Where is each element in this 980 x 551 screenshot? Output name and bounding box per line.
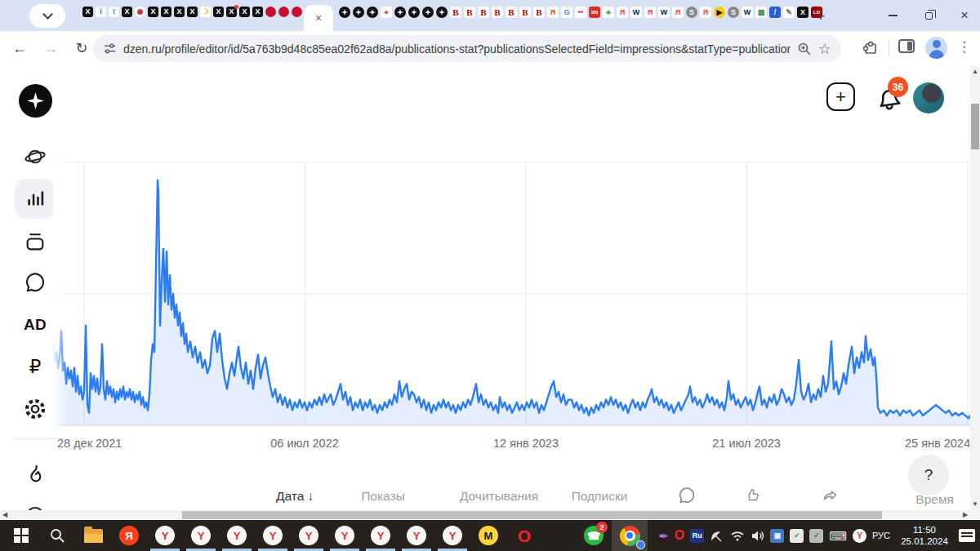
chrome-icon[interactable] <box>612 520 648 551</box>
b-red-tab[interactable]: В <box>478 7 489 18</box>
sidebar-item-trends[interactable] <box>21 460 49 488</box>
dzen-tab[interactable] <box>367 7 378 18</box>
dzen-tab[interactable] <box>408 7 420 18</box>
b-red-tab[interactable]: В <box>533 7 545 18</box>
metrica-icon[interactable]: M <box>470 520 506 551</box>
x-tab[interactable]: X <box>797 7 808 18</box>
site-settings-icon[interactable] <box>103 42 117 56</box>
column-header-likes[interactable] <box>744 487 762 504</box>
x-tab[interactable]: X <box>174 7 185 17</box>
quill-icon[interactable]: ✒ <box>658 530 669 542</box>
s-gray-tab[interactable]: S <box>728 7 739 18</box>
language-indicator[interactable]: РУС <box>872 531 890 540</box>
opera-icon[interactable]: O <box>506 520 542 551</box>
tab-search-button[interactable] <box>29 4 65 28</box>
column-header-impressions[interactable]: Показы <box>361 489 405 504</box>
b-red-tab[interactable]: В <box>450 7 461 18</box>
yandex-browser-icon[interactable]: Y <box>327 520 363 551</box>
punto-switcher-icon[interactable]: Ru <box>690 529 704 543</box>
yandex-browser-icon[interactable]: Y <box>255 520 291 551</box>
wiki-tab[interactable]: W <box>742 7 753 18</box>
book-tab[interactable]: ▤ <box>755 7 767 18</box>
column-header-comments[interactable] <box>678 487 696 504</box>
red-club-tab[interactable] <box>278 7 289 17</box>
yandex-browser-icon[interactable]: Y <box>183 520 219 551</box>
payment-card-icon[interactable]: ✓ <box>809 529 823 543</box>
scroll-down-icon[interactable]: ▼ <box>970 499 980 509</box>
x-tab[interactable]: X <box>161 7 172 17</box>
x-tab[interactable]: X <box>187 7 198 17</box>
yandex-browser-icon[interactable]: Y <box>399 520 434 551</box>
red-club-tab[interactable] <box>292 7 302 17</box>
scroll-left-icon[interactable]: ◀ <box>0 509 10 520</box>
extensions-icon[interactable] <box>862 38 880 56</box>
dzen-tab[interactable] <box>394 7 406 18</box>
window-minimize-button[interactable] <box>879 0 906 31</box>
green-mascot-tab[interactable]: ♣ <box>603 7 614 18</box>
reload-button[interactable]: ↻ <box>70 37 93 60</box>
file-explorer-icon[interactable] <box>75 520 111 551</box>
sidebar-item-ads[interactable]: AD <box>21 311 49 339</box>
s-gray-tab[interactable]: S <box>686 7 697 18</box>
vertical-scroll-thumb[interactable] <box>971 104 979 149</box>
yandex-tab[interactable]: Я <box>672 7 684 18</box>
bookmark-star-icon[interactable]: ☆ <box>818 40 831 58</box>
yandex-browser-icon[interactable]: Y <box>291 520 327 551</box>
yandex-browser-icon[interactable]: Y <box>147 520 183 551</box>
side-panel-icon[interactable] <box>898 39 915 53</box>
x-tab[interactable]: X <box>252 7 263 17</box>
wifi-icon[interactable] <box>730 530 745 541</box>
yandex-tab[interactable]: Я <box>617 7 628 18</box>
feather-tab[interactable]: ✎ <box>783 7 795 18</box>
dzen-tab[interactable] <box>436 7 448 18</box>
x-tab-notification[interactable]: X <box>226 7 237 17</box>
red-club-tab[interactable] <box>265 7 276 17</box>
impressions-chart-svg[interactable] <box>53 162 970 426</box>
scroll-right-icon[interactable]: ▶ <box>960 509 970 520</box>
opera-tray-icon[interactable]: O <box>675 529 684 542</box>
column-header-subscriptions[interactable]: Подписки <box>572 489 628 504</box>
sidebar-item-feed[interactable] <box>21 143 49 171</box>
active-tab[interactable]: × <box>304 5 333 31</box>
vertical-scrollbar[interactable]: ▲ ▼ <box>970 66 980 520</box>
start-button[interactable] <box>3 520 39 551</box>
zoom-page-icon[interactable] <box>797 42 812 56</box>
moon-tab[interactable]: ☽ <box>200 7 211 17</box>
satellite-dish-icon[interactable] <box>710 529 724 542</box>
x-tab[interactable]: X <box>122 7 132 17</box>
yandex-app-icon[interactable]: Я <box>111 520 147 551</box>
browser-profile-avatar[interactable] <box>925 37 947 59</box>
profile-avatar[interactable] <box>913 82 944 113</box>
antivirus-icon[interactable]: ✓ <box>790 529 804 543</box>
yandex-tray-icon[interactable]: Y <box>853 529 866 543</box>
horizontal-scrollbar[interactable]: ◀ ▶ <box>0 510 970 520</box>
taskbar-search-icon[interactable] <box>39 520 75 551</box>
url-text[interactable]: dzen.ru/profile/editor/id/5a763b9d48c85e… <box>123 42 791 56</box>
x-tab[interactable]: X <box>148 7 158 17</box>
action-center-icon[interactable] <box>959 529 975 542</box>
flickr-tab[interactable]: •• <box>575 7 586 18</box>
create-post-button[interactable]: + <box>826 82 855 111</box>
column-header-shares[interactable] <box>822 487 840 504</box>
forward-button[interactable]: → <box>39 37 62 60</box>
media-badge-tab[interactable]: ◉ <box>135 7 145 17</box>
back-button[interactable]: ← <box>8 37 31 60</box>
keyboard-layout-icon[interactable]: ⌨ <box>829 530 847 542</box>
sidebar-item-publications[interactable] <box>21 228 49 256</box>
column-header-date[interactable]: Дата ↓ <box>276 489 314 504</box>
b-red-tab[interactable]: В <box>464 7 475 18</box>
dzen-logo[interactable] <box>19 84 52 118</box>
whatsapp-icon[interactable]: ☎2 <box>576 520 612 551</box>
info-tab[interactable]: i <box>96 7 106 17</box>
yandex-browser-icon[interactable]: Y <box>434 520 470 551</box>
yandex-browser-icon[interactable]: Y <box>219 520 255 551</box>
sn-tab[interactable]: SN <box>589 7 600 18</box>
sidebar-item-settings[interactable] <box>21 395 49 423</box>
yandex-browser-icon[interactable]: Y <box>363 520 399 551</box>
column-header-reads[interactable]: Дочитывания <box>460 489 538 504</box>
sidebar-item-monetization[interactable]: ₽ <box>21 353 49 380</box>
help-button[interactable]: ? <box>908 455 949 495</box>
slash-tab[interactable]: / <box>769 7 781 18</box>
b-red-tab[interactable]: В <box>506 7 517 18</box>
sidebar-item-comments[interactable] <box>21 269 49 296</box>
